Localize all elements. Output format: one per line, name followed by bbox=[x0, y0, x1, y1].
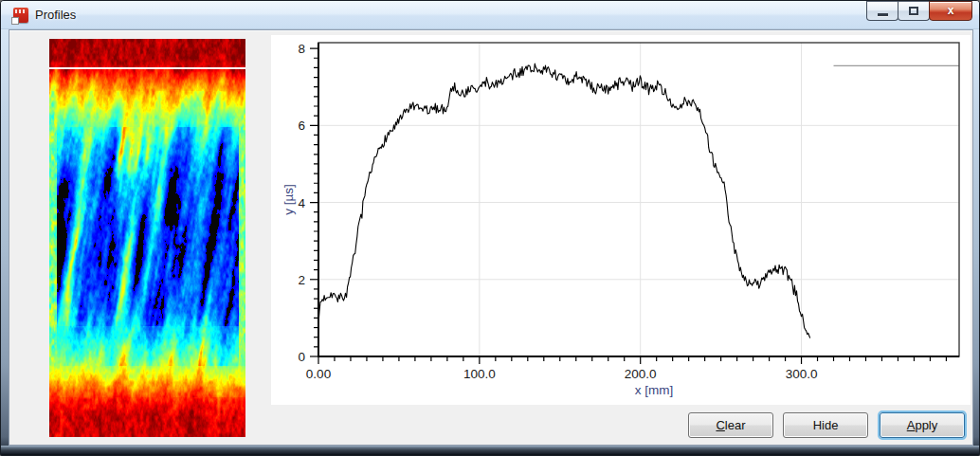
svg-text:0.00: 0.00 bbox=[306, 367, 331, 381]
tick-labels: 024680.00100.0200.0300.0 bbox=[298, 42, 817, 381]
svg-text:200.0: 200.0 bbox=[625, 367, 657, 381]
plot-border bbox=[318, 43, 959, 356]
cscan-heatmap-image[interactable] bbox=[49, 39, 245, 437]
x-axis-title: x [mm] bbox=[635, 383, 674, 397]
profile-chart[interactable]: 024680.00100.0200.0300.0x [mm]y [µs] bbox=[271, 35, 971, 405]
window-title: Profiles bbox=[35, 1, 76, 29]
svg-text:2: 2 bbox=[298, 273, 305, 287]
svg-text:8: 8 bbox=[298, 42, 305, 56]
svg-text:6: 6 bbox=[298, 119, 305, 133]
svg-text:0: 0 bbox=[298, 350, 305, 364]
y-axis-title: y [µs] bbox=[281, 184, 296, 215]
svg-text:100.0: 100.0 bbox=[463, 367, 496, 381]
profiles-window: Profiles x 024680.00100.0200.0300.0x [mm… bbox=[0, 0, 980, 456]
minimize-button[interactable] bbox=[866, 1, 898, 21]
svg-text:4: 4 bbox=[298, 196, 305, 210]
window-bottom-frame bbox=[1, 446, 979, 455]
titlebar[interactable]: Profiles x bbox=[1, 1, 979, 29]
maximize-icon bbox=[909, 7, 918, 15]
profile-curve bbox=[318, 64, 810, 338]
maximize-button[interactable] bbox=[898, 1, 930, 21]
apply-button[interactable]: Apply bbox=[880, 412, 965, 438]
hide-button[interactable]: Hide bbox=[783, 412, 868, 438]
clear-button[interactable]: Clear bbox=[688, 412, 773, 438]
close-icon: x bbox=[948, 2, 954, 20]
gridlines bbox=[318, 43, 959, 356]
window-controls: x bbox=[867, 1, 972, 21]
client-area: 024680.00100.0200.0300.0x [mm]y [µs] Cle… bbox=[9, 29, 973, 446]
svg-text:300.0: 300.0 bbox=[786, 367, 818, 381]
profile-chart-panel: 024680.00100.0200.0300.0x [mm]y [µs] bbox=[271, 35, 971, 405]
axis-ticks bbox=[310, 48, 946, 364]
app-logo-icon bbox=[13, 8, 28, 23]
close-button[interactable]: x bbox=[929, 1, 972, 21]
minimize-icon bbox=[878, 13, 888, 16]
